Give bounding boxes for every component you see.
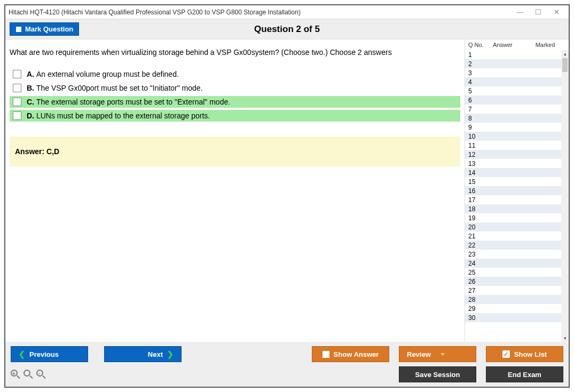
answer-panel: Answer: C,D <box>10 137 460 166</box>
previous-label: Previous <box>29 350 59 358</box>
question-list-row[interactable]: 23 <box>465 250 561 259</box>
checkbox-icon[interactable] <box>13 98 21 106</box>
mark-question-label: Mark Question <box>25 25 73 33</box>
question-list-row[interactable]: 13 <box>465 159 561 168</box>
checkbox-icon <box>15 26 22 33</box>
question-list-panel: Q No. Answer Marked 12345678910111213141… <box>465 39 569 342</box>
question-list-row[interactable]: 27 <box>465 286 561 295</box>
col-marked: Marked <box>525 42 565 48</box>
question-list: 1234567891011121314151617181920212223242… <box>465 50 569 342</box>
chevron-right-icon: ❯ <box>167 350 174 358</box>
col-qno: Q No. <box>468 42 493 48</box>
question-list-row[interactable]: 6 <box>465 95 561 105</box>
close-button[interactable]: ✕ <box>547 6 565 19</box>
chevron-left-icon: ❮ <box>19 350 25 358</box>
zoom-out-icon[interactable]: - <box>36 370 46 379</box>
question-list-row[interactable]: 18 <box>465 204 561 213</box>
save-session-button[interactable]: Save Session <box>399 366 476 382</box>
answer-label: Answer: C,D <box>15 147 59 156</box>
question-list-row[interactable]: 12 <box>465 150 561 159</box>
titlebar: Hitachi HQT-4120 (Hitachi Vantara Qualif… <box>5 5 569 19</box>
option-row[interactable]: D. LUNs must be mapped to the external s… <box>10 110 460 122</box>
app-window: Hitachi HQT-4120 (Hitachi Vantara Qualif… <box>4 4 570 388</box>
minimize-button[interactable]: — <box>511 6 529 19</box>
question-text: What are two requirements when virtualiz… <box>10 45 460 60</box>
col-answer: Answer <box>493 42 525 48</box>
options-list: A. An external volume group must be defi… <box>10 68 460 122</box>
option-row[interactable]: A. An external volume group must be defi… <box>10 68 460 80</box>
question-list-row[interactable]: 29 <box>465 304 561 313</box>
mark-question-button[interactable]: Mark Question <box>10 22 79 36</box>
scroll-up-icon[interactable]: ▴ <box>561 50 569 58</box>
save-session-label: Save Session <box>415 371 460 379</box>
show-list-label: Show List <box>514 350 547 358</box>
question-area: What are two requirements when virtualiz… <box>5 39 465 342</box>
question-list-row[interactable]: 26 <box>465 277 561 286</box>
footer-row-1: ❮ Previous Next ❯ Show Answer Review ✓ S… <box>11 346 563 362</box>
review-button[interactable]: Review <box>399 346 476 362</box>
show-list-button[interactable]: ✓ Show List <box>486 346 563 362</box>
checkbox-icon[interactable] <box>13 111 21 120</box>
zoom-in-icon[interactable]: + <box>11 370 20 379</box>
question-list-row[interactable]: 7 <box>465 105 561 114</box>
footer: ❮ Previous Next ❯ Show Answer Review ✓ S… <box>5 342 569 387</box>
scrollbar[interactable]: ▴ ▾ <box>561 50 569 342</box>
option-text: C. The external storage ports must be se… <box>27 98 230 106</box>
header-bar: Mark Question Question 2 of 5 <box>5 19 569 39</box>
question-list-row[interactable]: 30 <box>465 313 561 322</box>
question-list-row[interactable]: 20 <box>465 222 561 231</box>
checkbox-icon <box>323 351 329 358</box>
question-list-row[interactable]: 5 <box>465 86 561 95</box>
scroll-down-icon[interactable]: ▾ <box>561 334 569 342</box>
end-exam-button[interactable]: End Exam <box>486 366 563 382</box>
previous-button[interactable]: ❮ Previous <box>11 346 88 362</box>
question-counter: Question 2 of 5 <box>5 24 569 35</box>
question-list-rows: 1234567891011121314151617181920212223242… <box>465 50 561 342</box>
zoom-controls: + - <box>11 370 46 379</box>
show-answer-label: Show Answer <box>334 350 379 358</box>
option-text: B. The VSP Gx00port must be set to "Init… <box>27 84 203 92</box>
show-answer-button[interactable]: Show Answer <box>312 346 389 362</box>
question-list-row[interactable]: 1 <box>465 50 561 59</box>
question-list-row[interactable]: 19 <box>465 213 561 222</box>
footer-row-2: + - Save Session End Exam <box>11 366 563 382</box>
question-list-row[interactable]: 11 <box>465 141 561 150</box>
question-list-row[interactable]: 25 <box>465 268 561 277</box>
zoom-reset-icon[interactable] <box>23 370 33 379</box>
review-label: Review <box>407 350 431 358</box>
next-button[interactable]: Next ❯ <box>104 346 182 362</box>
question-list-row[interactable]: 9 <box>465 123 561 132</box>
window-title: Hitachi HQT-4120 (Hitachi Vantara Qualif… <box>9 9 511 16</box>
question-list-row[interactable]: 15 <box>465 177 561 186</box>
checkbox-icon[interactable] <box>13 84 21 92</box>
question-list-row[interactable]: 24 <box>465 259 561 268</box>
window-controls: — ☐ ✕ <box>511 6 565 19</box>
question-list-header: Q No. Answer Marked <box>465 39 569 50</box>
question-list-row[interactable]: 4 <box>465 77 561 86</box>
content-row: What are two requirements when virtualiz… <box>5 39 569 342</box>
question-list-row[interactable]: 8 <box>465 114 561 123</box>
question-list-row[interactable]: 16 <box>465 186 561 195</box>
chevron-down-icon <box>441 353 445 356</box>
question-list-row[interactable]: 17 <box>465 195 561 204</box>
end-exam-label: End Exam <box>508 371 541 379</box>
checkbox-icon[interactable] <box>13 70 21 78</box>
option-text: A. An external volume group must be defi… <box>27 70 179 78</box>
option-row[interactable]: B. The VSP Gx00port must be set to "Init… <box>10 82 460 94</box>
question-list-row[interactable]: 21 <box>465 231 561 241</box>
question-list-row[interactable]: 10 <box>465 132 561 141</box>
question-list-row[interactable]: 3 <box>465 68 561 77</box>
question-list-row[interactable]: 28 <box>465 295 561 304</box>
option-text: D. LUNs must be mapped to the external s… <box>27 111 210 120</box>
question-list-row[interactable]: 14 <box>465 168 561 177</box>
check-icon: ✓ <box>502 350 510 358</box>
question-list-row[interactable]: 2 <box>465 59 561 68</box>
scroll-thumb[interactable] <box>562 58 568 72</box>
next-label: Next <box>148 350 163 358</box>
question-list-row[interactable]: 22 <box>465 241 561 250</box>
maximize-button[interactable]: ☐ <box>529 6 547 19</box>
option-row[interactable]: C. The external storage ports must be se… <box>10 96 460 108</box>
